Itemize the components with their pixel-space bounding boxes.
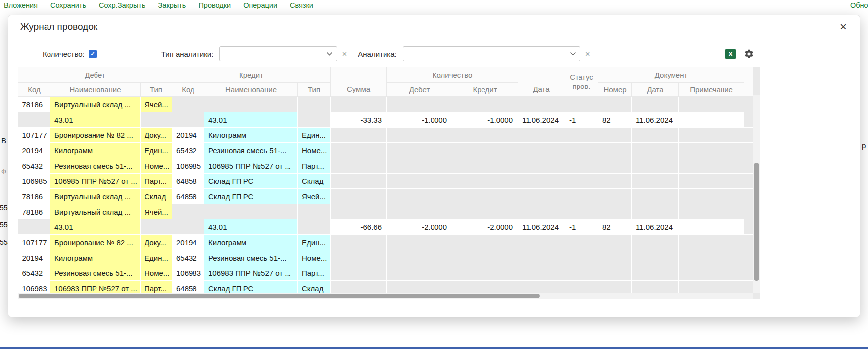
cell[interactable]	[331, 265, 387, 281]
cell[interactable]	[679, 250, 744, 265]
close-icon[interactable]: ×	[840, 21, 847, 33]
cell[interactable]: 64858	[172, 189, 204, 204]
cell[interactable]: -33.33	[331, 112, 387, 128]
cell[interactable]	[204, 204, 298, 219]
cell[interactable]	[331, 174, 387, 189]
toolbar-item[interactable]: Связки	[290, 1, 313, 9]
table-row[interactable]: 43.0143.01-33.33-1.0000-1.000011.06.2024…	[18, 112, 753, 128]
cell[interactable]	[598, 250, 632, 265]
quantity-checkbox[interactable]: ✓	[89, 50, 97, 58]
table-row[interactable]: 65432Резиновая смесь 51-...Номе...106985…	[18, 158, 753, 174]
cell[interactable]	[331, 189, 387, 204]
cell[interactable]	[172, 219, 204, 235]
cell[interactable]: -1	[565, 112, 598, 128]
cell[interactable]	[331, 158, 387, 174]
clear-analytics-button[interactable]: ×	[585, 50, 590, 58]
cell[interactable]	[387, 265, 452, 281]
table-row[interactable]: 78186Виртуальный склад ...Ячей...	[18, 204, 753, 219]
cell[interactable]: Ячей...	[298, 189, 331, 204]
cell[interactable]	[452, 235, 518, 250]
toolbar-item[interactable]: Вложения	[4, 1, 38, 9]
horizontal-scrollbar-thumb[interactable]	[19, 294, 540, 298]
cell[interactable]	[679, 143, 744, 158]
cell[interactable]: 64858	[172, 174, 204, 189]
cell[interactable]: Бронирование № 82 ...	[50, 128, 141, 143]
cell[interactable]	[565, 143, 598, 158]
cell[interactable]	[452, 204, 518, 219]
cell[interactable]	[679, 97, 744, 112]
cell[interactable]	[518, 97, 565, 112]
cell[interactable]	[141, 112, 172, 128]
cell[interactable]	[632, 97, 679, 112]
cell[interactable]: Резиновая смесь 51-...	[50, 158, 141, 174]
cell[interactable]: 78186	[18, 97, 50, 112]
cell[interactable]	[518, 189, 565, 204]
cell[interactable]	[679, 265, 744, 281]
table-row[interactable]: 106985106985 ППР №527 от ...Парт...64858…	[18, 174, 753, 189]
cell[interactable]: Килограмм	[204, 235, 298, 250]
cell[interactable]	[331, 235, 387, 250]
cell[interactable]: 65432	[172, 143, 204, 158]
cell[interactable]	[679, 235, 744, 250]
cell[interactable]	[387, 128, 452, 143]
cell[interactable]	[632, 189, 679, 204]
cell[interactable]: -1	[565, 219, 598, 235]
cell[interactable]: Парт...	[298, 265, 331, 281]
table-row[interactable]: 78186Виртуальный склад ...Склад64858Скла…	[18, 189, 753, 204]
cell[interactable]: 106983	[172, 265, 204, 281]
cell[interactable]: 65432	[18, 265, 50, 281]
cell[interactable]: Номе...	[298, 143, 331, 158]
cell[interactable]: Резиновая смесь 51-...	[50, 265, 141, 281]
cell[interactable]: 43.01	[50, 112, 141, 128]
cell[interactable]: -2.0000	[452, 219, 518, 235]
cell[interactable]: 65432	[18, 158, 50, 174]
cell[interactable]: Килограмм	[50, 250, 141, 265]
cell[interactable]	[387, 204, 452, 219]
cell[interactable]: 106985	[18, 174, 50, 189]
cell[interactable]: 106983 ППР №527 от ...	[204, 265, 298, 281]
cell[interactable]: 65432	[172, 250, 204, 265]
cell[interactable]	[632, 143, 679, 158]
cell[interactable]: 43.01	[50, 219, 141, 235]
cell[interactable]	[387, 235, 452, 250]
cell[interactable]: 106985 ППР №527 от ...	[50, 174, 141, 189]
cell[interactable]	[598, 265, 632, 281]
cell[interactable]: 78186	[18, 204, 50, 219]
cell[interactable]: Номе...	[298, 250, 331, 265]
toolbar-item[interactable]: Операции	[243, 1, 277, 9]
cell[interactable]: 82	[598, 219, 632, 235]
cell[interactable]	[387, 158, 452, 174]
cell[interactable]: Парт...	[298, 158, 331, 174]
cell[interactable]	[679, 219, 744, 235]
cell[interactable]: Доку...	[141, 235, 172, 250]
table-row[interactable]: 65432Резиновая смесь 51-...Номе...106983…	[18, 265, 753, 281]
cell[interactable]	[452, 143, 518, 158]
cell[interactable]	[632, 250, 679, 265]
cell[interactable]	[679, 204, 744, 219]
excel-export-button[interactable]: X	[725, 49, 736, 59]
cell[interactable]	[565, 204, 598, 219]
cell[interactable]: Един...	[141, 250, 172, 265]
cell[interactable]: 20194	[18, 250, 50, 265]
toolbar-item[interactable]: Сохранить	[50, 1, 86, 9]
cell[interactable]	[598, 204, 632, 219]
cell[interactable]: 11.06.2024	[518, 112, 565, 128]
cell[interactable]: 43.01	[204, 219, 298, 235]
cell[interactable]: Резиновая смесь 51-...	[204, 143, 298, 158]
cell[interactable]	[387, 174, 452, 189]
cell[interactable]	[632, 174, 679, 189]
table-row[interactable]: 78186Виртуальный склад ...Ячей...	[18, 97, 753, 112]
cell[interactable]	[331, 97, 387, 112]
cell[interactable]: Склад	[298, 174, 331, 189]
cell[interactable]: Доку...	[141, 128, 172, 143]
cell[interactable]	[452, 189, 518, 204]
table-row[interactable]: 107177Бронирование № 82 ...Доку...20194К…	[18, 235, 753, 250]
cell[interactable]	[331, 250, 387, 265]
cell[interactable]	[565, 265, 598, 281]
cell[interactable]	[387, 97, 452, 112]
cell[interactable]	[298, 219, 331, 235]
cell[interactable]	[632, 265, 679, 281]
analytics-select[interactable]	[437, 46, 580, 61]
cell[interactable]	[518, 265, 565, 281]
cell[interactable]	[632, 158, 679, 174]
